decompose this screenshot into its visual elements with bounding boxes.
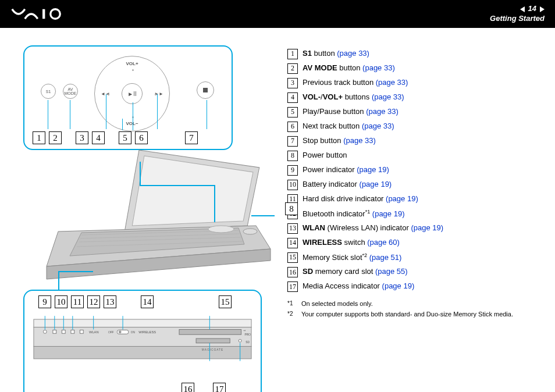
callout-num: 6 bbox=[135, 131, 148, 144]
page-link[interactable]: (page 19) bbox=[372, 209, 405, 218]
svg-point-16 bbox=[43, 330, 47, 333]
callout-num: 16 bbox=[182, 383, 194, 392]
legend-text: Next track button (page 33) bbox=[303, 122, 394, 131]
page-link[interactable]: (page 33) bbox=[362, 122, 394, 130]
callout-num: 3 bbox=[76, 131, 88, 144]
legend-item: 7Stop button (page 33) bbox=[287, 136, 532, 147]
page-link[interactable]: (page 33) bbox=[372, 92, 404, 101]
svg-rect-20 bbox=[80, 330, 83, 333]
callout-num: 1 bbox=[33, 131, 45, 144]
prev-page-icon[interactable] bbox=[520, 6, 525, 12]
legend-item: 14WIRELESS switch (page 60) bbox=[287, 238, 532, 248]
svg-point-11 bbox=[243, 229, 257, 234]
legend-item: 4VOL-/VOL+ buttons (page 33) bbox=[287, 92, 532, 103]
legend-number: 3 bbox=[287, 78, 298, 88]
legend-item: 15Memory Stick slot*2 (page 51) bbox=[287, 252, 532, 263]
legend-text: Media Access indicator (page 19) bbox=[303, 281, 414, 291]
bottom-bottom-numbers: 16 17 bbox=[182, 383, 226, 392]
legend-number: 2 bbox=[287, 63, 298, 74]
callout-num-8: 8 bbox=[285, 202, 298, 215]
page-link[interactable]: (page 19) bbox=[386, 194, 418, 203]
callout-num: 17 bbox=[213, 383, 226, 392]
legend-text: S1 button (page 33) bbox=[303, 49, 369, 59]
legend-number: 6 bbox=[287, 122, 298, 132]
svg-rect-17 bbox=[53, 330, 56, 333]
stop-button-graphic bbox=[197, 81, 214, 99]
callout-num: 5 bbox=[119, 131, 131, 144]
footnotes: *1On selected models only.*2Your compute… bbox=[287, 300, 532, 318]
callout-num: 2 bbox=[49, 131, 62, 144]
svg-point-1 bbox=[51, 9, 61, 19]
legend-number: 10 bbox=[287, 180, 298, 190]
svg-rect-30 bbox=[196, 338, 230, 343]
vaio-logo bbox=[10, 8, 74, 20]
page-link[interactable]: (page 33) bbox=[362, 63, 395, 72]
svg-point-12 bbox=[208, 226, 234, 233]
page-link[interactable]: (page 19) bbox=[411, 223, 443, 232]
legend-item: 12Bluetooth indicator*1 (page 19) bbox=[287, 209, 532, 219]
page-link[interactable]: (page 33) bbox=[337, 49, 369, 58]
vol-plus-label: VOL+ bbox=[126, 61, 138, 66]
legend-column: 1S1 button (page 33)2AV MODE button (pag… bbox=[287, 45, 532, 392]
legend-item: 3Previous track button (page 33) bbox=[287, 78, 532, 88]
page-link[interactable]: (page 60) bbox=[367, 238, 400, 247]
legend-text: Play/Pause button (page 33) bbox=[303, 107, 399, 117]
footnote: *2Your computer supports both standard- … bbox=[287, 311, 532, 318]
legend-text: Hard disk drive indicator (page 19) bbox=[303, 194, 418, 204]
callout-num: 15 bbox=[219, 295, 232, 308]
legend-item: 16SD memory card slot (page 55) bbox=[287, 267, 532, 277]
legend-number: 15 bbox=[287, 252, 298, 263]
page-link[interactable]: (page 33) bbox=[343, 136, 376, 145]
legend-number: 14 bbox=[287, 238, 298, 248]
svg-point-31 bbox=[239, 339, 241, 342]
top-callout-numbers: 1 2 3 4 5 6 7 bbox=[33, 131, 198, 144]
bottom-top-numbers: 9 10 11 12 13 14 15 bbox=[38, 295, 232, 308]
callout-num: 13 bbox=[104, 295, 116, 308]
legend-text: Power button bbox=[303, 151, 347, 161]
svg-rect-13 bbox=[34, 319, 251, 327]
front-panel-graphic: WLAN OFF ON WIRELESS ⇒ PRO SD MAGICGATE bbox=[33, 315, 252, 362]
page-link[interactable]: (page 33) bbox=[366, 107, 399, 116]
page-number: 14 bbox=[528, 4, 536, 14]
diagram-column: S1 AV MODE VOL+ VOL− ◄◄ ►► ►II bbox=[23, 45, 273, 392]
svg-text:ON: ON bbox=[131, 331, 136, 334]
legend-item: 1S1 button (page 33) bbox=[287, 49, 532, 59]
legend-item: 10Battery indicator (page 19) bbox=[287, 180, 532, 190]
page-header: 14 Getting Started bbox=[0, 0, 555, 28]
section-title: Getting Started bbox=[490, 14, 545, 24]
svg-text:OFF: OFF bbox=[108, 331, 114, 334]
legend-text: SD memory card slot (page 55) bbox=[303, 267, 408, 277]
legend-item: 6Next track button (page 33) bbox=[287, 122, 532, 132]
legend-number: 17 bbox=[287, 281, 298, 292]
legend-text: Power indicator (page 19) bbox=[303, 165, 389, 175]
av-mode-button-graphic: AV MODE bbox=[63, 84, 78, 99]
svg-text:WIRELESS: WIRELESS bbox=[138, 330, 156, 334]
legend-text: Bluetooth indicator*1 (page 19) bbox=[303, 209, 404, 219]
legend-text: WLAN (Wireless LAN) indicator (page 19) bbox=[303, 223, 443, 233]
legend-item: 5Play/Pause button (page 33) bbox=[287, 107, 532, 117]
page-link[interactable]: (page 19) bbox=[357, 165, 389, 174]
svg-text:⇒: ⇒ bbox=[243, 329, 246, 332]
page-link[interactable]: (page 19) bbox=[360, 180, 392, 188]
page-link[interactable]: (page 33) bbox=[376, 78, 408, 87]
svg-rect-0 bbox=[42, 9, 45, 19]
legend-text: Stop button (page 33) bbox=[303, 136, 376, 146]
legend-item: 13WLAN (Wireless LAN) indicator (page 19… bbox=[287, 223, 532, 234]
legend-number: 9 bbox=[287, 165, 298, 176]
page-link[interactable]: (page 19) bbox=[382, 281, 415, 290]
legend-item: 11Hard disk drive indicator (page 19) bbox=[287, 194, 532, 205]
page-link[interactable]: (page 55) bbox=[375, 267, 408, 276]
legend-number: 8 bbox=[287, 151, 298, 161]
item-list: 1S1 button (page 33)2AV MODE button (pag… bbox=[287, 49, 532, 292]
callout-num: 9 bbox=[38, 295, 51, 308]
svg-rect-18 bbox=[62, 330, 65, 333]
front-panel-callout: 9 10 11 12 13 14 15 bbox=[23, 290, 262, 392]
legend-text: Previous track button (page 33) bbox=[303, 78, 408, 88]
page-link[interactable]: (page 51) bbox=[369, 254, 402, 262]
legend-item: 9Power indicator (page 19) bbox=[287, 165, 532, 176]
legend-number: 1 bbox=[287, 49, 298, 59]
legend-item: 8Power button bbox=[287, 151, 532, 161]
s1-button-graphic: S1 bbox=[41, 84, 56, 99]
legend-number: 5 bbox=[287, 107, 298, 117]
next-page-icon[interactable] bbox=[540, 6, 545, 12]
